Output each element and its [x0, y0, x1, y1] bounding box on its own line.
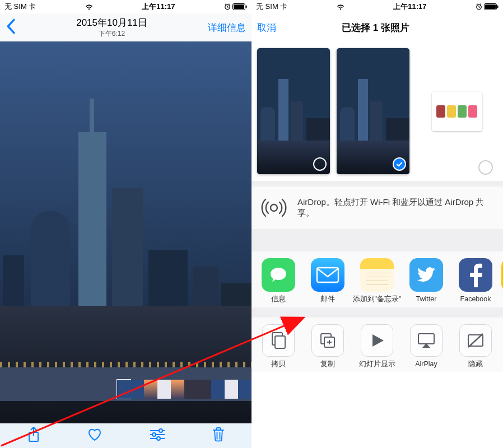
share-app-mail[interactable]: 邮件: [303, 258, 352, 304]
filmstrip-thumb[interactable]: [211, 380, 225, 399]
app-label: Twitter: [402, 295, 451, 304]
separator: [252, 181, 503, 186]
mail-icon: [311, 258, 344, 292]
share-title: 已选择 1 张照片: [276, 21, 475, 34]
filmstrip-thumb[interactable]: [198, 380, 211, 399]
action-duplicate[interactable]: 复制: [303, 324, 352, 369]
action-copy[interactable]: 拷贝: [254, 324, 303, 369]
app-label: 信息: [254, 295, 303, 304]
play-icon: [361, 324, 393, 357]
asset-picker-row[interactable]: [252, 41, 503, 181]
selection-indicator-unchecked[interactable]: [478, 160, 493, 175]
carrier-label: 无 SIM 卡: [4, 2, 36, 12]
details-button[interactable]: 详细信息: [208, 21, 246, 34]
action-hide[interactable]: 隐藏: [451, 324, 500, 369]
delete-button[interactable]: [212, 427, 225, 444]
filmstrip-thumb[interactable]: [238, 380, 252, 399]
selection-indicator-checked[interactable]: [393, 157, 406, 171]
action-label: 幻灯片显示: [352, 360, 402, 369]
share-thumb[interactable]: [337, 48, 409, 174]
checkmark-icon: [395, 160, 403, 168]
svg-rect-15: [275, 336, 285, 348]
alarm-icon: [224, 3, 231, 10]
separator: [252, 229, 503, 251]
selection-indicator-unchecked[interactable]: [313, 157, 327, 171]
alarm-icon: [476, 3, 482, 10]
separator: [252, 307, 503, 318]
share-thumb[interactable]: [432, 92, 482, 131]
share-app-twitter[interactable]: Twitter: [402, 258, 451, 304]
airdrop-icon: [260, 194, 287, 221]
action-label: 指: [500, 328, 503, 337]
airplay-icon: [410, 324, 443, 357]
nav-title-date: 2015年10月11日: [16, 16, 208, 29]
copy-icon: [262, 324, 295, 357]
bottom-toolbar: [0, 423, 252, 448]
share-app-peek[interactable]: [500, 258, 503, 304]
action-label: 复制: [303, 360, 352, 369]
filmstrip-thumb[interactable]: [157, 380, 171, 399]
photo-viewport[interactable]: [0, 41, 252, 423]
status-bar: 无 SIM 卡 上午11:17: [0, 0, 252, 13]
wifi-icon: [337, 4, 344, 10]
filmstrip-thumb[interactable]: [117, 380, 131, 399]
cancel-button[interactable]: 取消: [257, 21, 276, 34]
filmstrip-thumb[interactable]: [225, 380, 238, 399]
nav-subtitle-time: 下午6:12: [16, 29, 208, 39]
share-apps-row[interactable]: 信息 邮件 添加到"备忘录" Twitter: [252, 251, 503, 307]
chevron-left-icon: [6, 18, 16, 34]
svg-rect-18: [418, 334, 434, 344]
app-label: 邮件: [303, 295, 352, 304]
share-app-facebook[interactable]: Facebook: [451, 258, 500, 304]
messages-icon: [262, 258, 295, 292]
svg-rect-11: [497, 6, 499, 8]
trash-icon: [212, 427, 225, 442]
photo-viewer-screen: 无 SIM 卡 上午11:17 2015年10月11日 下午6:12 详细信息: [0, 0, 252, 448]
filmstrip-thumb[interactable]: [171, 380, 184, 399]
photo-filmstrip[interactable]: [117, 380, 252, 399]
share-icon: [27, 426, 40, 443]
clock-label: 上午11:17: [393, 2, 426, 11]
app-label: 添加到"备忘录": [352, 295, 402, 304]
hide-icon: [459, 324, 492, 357]
share-app-messages[interactable]: 信息: [254, 258, 303, 304]
notes-icon: [360, 258, 394, 292]
filmstrip-thumb[interactable]: [184, 380, 198, 399]
filmstrip-thumb[interactable]: [144, 380, 157, 399]
share-thumb[interactable]: [257, 48, 330, 174]
wifi-icon: [85, 4, 93, 10]
svg-rect-13: [317, 268, 338, 282]
share-button[interactable]: [27, 426, 40, 445]
duplicate-icon: [311, 324, 344, 357]
nav-bar: 2015年10月11日 下午6:12 详细信息: [0, 13, 252, 41]
app-label: Facebook: [451, 295, 500, 304]
twitter-icon: [409, 258, 443, 292]
clock-label: 上午11:17: [142, 2, 175, 11]
share-actions-row[interactable]: 拷贝 复制 幻灯片显示 AirPlay: [252, 318, 503, 372]
svg-rect-10: [485, 4, 496, 9]
battery-icon: [232, 3, 247, 10]
share-sheet-screen: 无 SIM 卡 上午11:17 取消 已选择 1 张照片: [252, 0, 503, 448]
battery-icon: [484, 3, 499, 10]
edit-button[interactable]: [149, 428, 166, 443]
facebook-icon: [459, 258, 492, 292]
share-app-notes[interactable]: 添加到"备忘录": [352, 258, 402, 304]
svg-rect-3: [246, 6, 247, 8]
action-label: 隐藏: [451, 360, 500, 369]
carrier-label: 无 SIM 卡: [256, 2, 287, 12]
svg-point-6: [152, 433, 156, 436]
action-airplay[interactable]: AirPlay: [402, 324, 451, 369]
favorite-button[interactable]: [87, 427, 103, 444]
status-bar: 无 SIM 卡 上午11:17: [252, 0, 503, 13]
back-button[interactable]: [6, 18, 16, 36]
airdrop-section[interactable]: AirDrop。轻点打开 Wi-Fi 和蓝牙以通过 AirDrop 共享。: [252, 186, 503, 229]
svg-point-5: [159, 429, 162, 432]
heart-icon: [87, 427, 103, 442]
action-label: AirPlay: [402, 360, 451, 369]
airdrop-text: AirDrop。轻点打开 Wi-Fi 和蓝牙以通过 AirDrop 共享。: [297, 197, 494, 218]
action-assign-peek[interactable]: 指: [500, 324, 503, 369]
action-label: 拷贝: [254, 360, 303, 369]
sliders-icon: [149, 428, 166, 441]
filmstrip-thumb[interactable]: [131, 380, 144, 399]
action-slideshow[interactable]: 幻灯片显示: [352, 324, 402, 369]
